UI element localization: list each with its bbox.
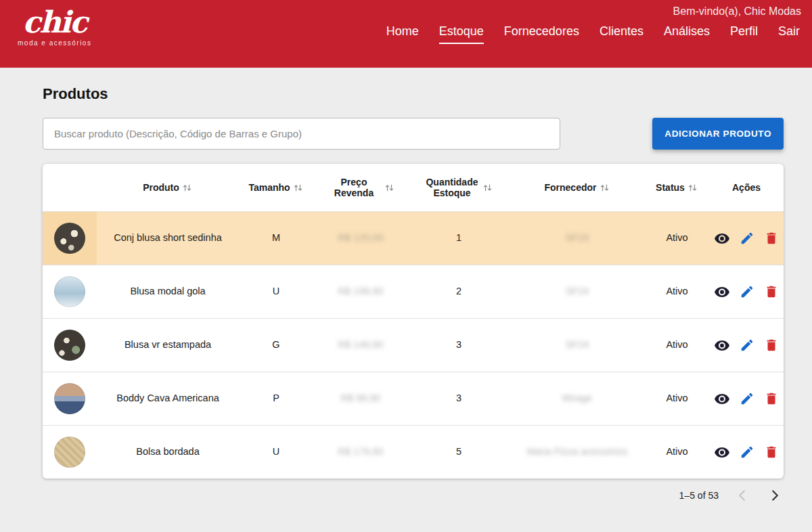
eye-icon bbox=[714, 444, 730, 460]
delete-button[interactable] bbox=[764, 337, 779, 353]
table-row[interactable]: Conj blusa short sedinha M R$ 120,00 1 S… bbox=[43, 211, 784, 265]
edit-button[interactable] bbox=[740, 391, 754, 407]
product-thumbnail bbox=[54, 223, 85, 254]
product-quantity: 3 bbox=[408, 338, 510, 352]
app-header: chic moda e acessórios Bem-vindo(a), Chi… bbox=[0, 0, 812, 68]
product-size: U bbox=[239, 285, 313, 298]
welcome-message: Bem-vindo(a), Chic Modas bbox=[673, 5, 801, 18]
product-size: G bbox=[239, 338, 313, 352]
chevron-left-icon bbox=[734, 487, 751, 504]
main-content: Produtos ADICIONAR PRODUTO Produto Taman… bbox=[0, 68, 812, 504]
delete-button[interactable] bbox=[764, 284, 779, 300]
column-header-label: Tamanho bbox=[248, 182, 290, 193]
product-supplier: Maria Fiúza acessórios bbox=[510, 445, 645, 459]
product-supplier: Mirage bbox=[510, 392, 645, 405]
eye-icon bbox=[714, 391, 730, 407]
product-thumbnail bbox=[54, 276, 85, 307]
nav-analises[interactable]: Análises bbox=[664, 24, 710, 44]
pagination-label: 1–5 of 53 bbox=[679, 490, 719, 501]
view-button[interactable] bbox=[714, 337, 730, 353]
column-header-quantidade[interactable]: Quantidade Estoque bbox=[408, 177, 510, 198]
table-row[interactable]: Bolsa bordada U R$ 179,90 5 Maria Fiúza … bbox=[43, 425, 784, 479]
column-header-label: Ações bbox=[732, 182, 761, 193]
column-header-acoes: Ações bbox=[709, 182, 784, 193]
pencil-icon bbox=[740, 338, 754, 353]
column-header-status[interactable]: Status bbox=[645, 182, 709, 194]
nav-home[interactable]: Home bbox=[386, 24, 419, 44]
edit-button[interactable] bbox=[740, 284, 754, 300]
eye-icon bbox=[714, 284, 730, 300]
product-quantity: 3 bbox=[408, 392, 510, 405]
product-thumbnail bbox=[54, 437, 85, 468]
column-header-tamanho[interactable]: Tamanho bbox=[239, 182, 313, 194]
main-nav: Home Estoque Fornecedores Clientes Análi… bbox=[386, 24, 800, 44]
sort-icon[interactable] bbox=[292, 182, 304, 194]
table-header-row: Produto Tamanho Preço Revenda Quantidade… bbox=[43, 164, 784, 211]
product-price: R$ 120,00 bbox=[313, 231, 408, 245]
sort-icon[interactable] bbox=[181, 182, 193, 194]
product-thumbnail bbox=[54, 383, 85, 414]
product-supplier: SF24 bbox=[510, 285, 645, 298]
edit-button[interactable] bbox=[740, 444, 754, 460]
eye-icon bbox=[714, 337, 730, 353]
view-button[interactable] bbox=[714, 284, 730, 300]
sort-icon[interactable] bbox=[599, 182, 610, 194]
view-button[interactable] bbox=[714, 444, 730, 460]
pagination: 1–5 of 53 bbox=[43, 487, 784, 504]
status-badge: Ativo bbox=[645, 285, 709, 298]
trash-icon bbox=[764, 445, 779, 460]
search-input[interactable] bbox=[43, 118, 560, 150]
sort-icon[interactable] bbox=[482, 182, 493, 194]
eye-icon bbox=[714, 230, 730, 246]
view-button[interactable] bbox=[714, 391, 730, 407]
trash-icon bbox=[764, 284, 779, 299]
nav-clientes[interactable]: Clientes bbox=[600, 24, 644, 44]
previous-page-button[interactable] bbox=[734, 487, 751, 504]
table-row[interactable]: Boddy Cava Americana P R$ 99,90 3 Mirage… bbox=[43, 372, 784, 425]
status-badge: Ativo bbox=[645, 338, 709, 352]
add-product-button[interactable]: ADICIONAR PRODUTO bbox=[652, 118, 784, 150]
product-size: P bbox=[239, 392, 313, 405]
product-size: U bbox=[239, 445, 313, 459]
chevron-right-icon bbox=[766, 487, 784, 504]
delete-button[interactable] bbox=[764, 230, 779, 246]
status-badge: Ativo bbox=[645, 392, 709, 405]
trash-icon bbox=[764, 391, 779, 406]
column-header-label: Status bbox=[656, 182, 685, 193]
column-header-fornecedor[interactable]: Fornecedor bbox=[510, 182, 645, 194]
pencil-icon bbox=[740, 391, 754, 406]
edit-button[interactable] bbox=[740, 230, 754, 246]
product-thumbnail bbox=[54, 330, 85, 361]
product-name: Bolsa bordada bbox=[97, 445, 239, 459]
sort-icon[interactable] bbox=[384, 182, 395, 194]
logo-subtitle: moda e acessórios bbox=[18, 39, 91, 47]
column-header-label: Fornecedor bbox=[544, 182, 596, 193]
delete-button[interactable] bbox=[764, 391, 779, 407]
nav-sair[interactable]: Sair bbox=[778, 24, 800, 44]
brand-logo[interactable]: chic moda e acessórios bbox=[18, 7, 91, 47]
toolbar: ADICIONAR PRODUTO bbox=[43, 118, 784, 150]
page-title: Produtos bbox=[43, 85, 784, 103]
table-row[interactable]: Blusa modal gola U R$ 199,90 2 SF24 Ativ… bbox=[43, 265, 784, 318]
column-header-preco[interactable]: Preço Revenda bbox=[313, 177, 408, 198]
column-header-label: Produto bbox=[143, 182, 179, 193]
column-header-label: Preço Revenda bbox=[326, 177, 382, 198]
edit-button[interactable] bbox=[740, 337, 754, 353]
next-page-button[interactable] bbox=[766, 487, 784, 504]
trash-icon bbox=[764, 231, 779, 246]
product-price: R$ 199,90 bbox=[313, 285, 408, 298]
product-quantity: 2 bbox=[408, 285, 510, 298]
nav-perfil[interactable]: Perfil bbox=[730, 24, 758, 44]
column-header-produto[interactable]: Produto bbox=[97, 182, 239, 194]
nav-estoque[interactable]: Estoque bbox=[439, 24, 484, 44]
product-size: M bbox=[239, 231, 313, 245]
delete-button[interactable] bbox=[764, 444, 779, 460]
view-button[interactable] bbox=[714, 230, 730, 246]
product-name: Blusa vr estampada bbox=[97, 338, 239, 352]
products-table: Produto Tamanho Preço Revenda Quantidade… bbox=[43, 164, 784, 479]
product-name: Boddy Cava Americana bbox=[97, 392, 239, 405]
nav-fornecedores[interactable]: Fornecedores bbox=[504, 24, 579, 44]
pencil-icon bbox=[740, 284, 754, 299]
table-row[interactable]: Blusa vr estampada G R$ 149,90 3 SF24 At… bbox=[43, 318, 784, 372]
sort-icon[interactable] bbox=[687, 182, 698, 194]
